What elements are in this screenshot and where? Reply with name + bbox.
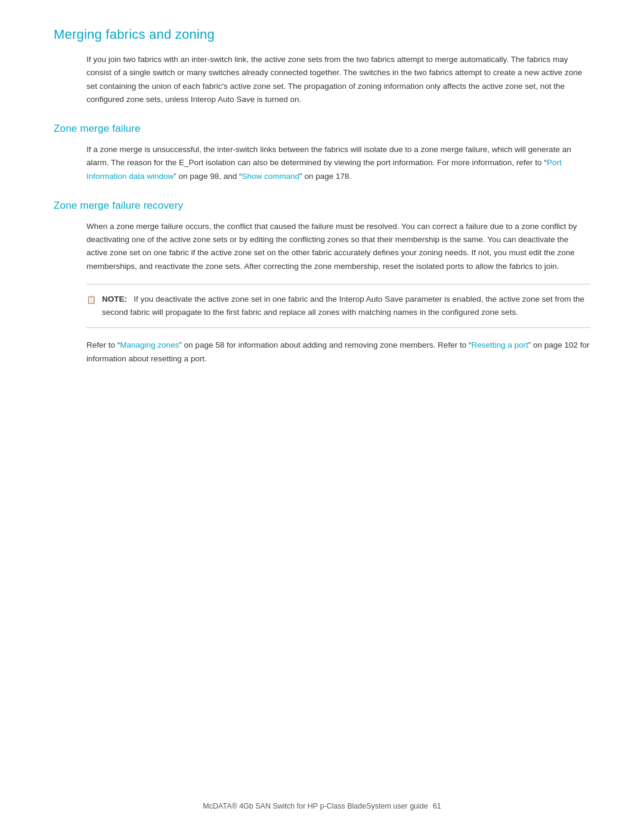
section1-text-part3: ” on page 178. — [299, 172, 351, 181]
footer-page-number: 61 — [433, 802, 441, 810]
section2-text: When a zone merge failure occurs, the co… — [86, 220, 590, 273]
note-content: NOTE: If you deactivate the active zone … — [102, 293, 590, 320]
managing-zones-link[interactable]: Managing zones — [120, 340, 179, 349]
intro-paragraph: If you join two fabrics with an inter-sw… — [86, 53, 590, 106]
page-footer: McDATA® 4Gb SAN Switch for HP p-Class Bl… — [0, 802, 644, 810]
resetting-port-link[interactable]: Resetting a port — [471, 340, 528, 349]
footer-ref-paragraph: Refer to “Managing zones” on page 58 for… — [86, 339, 590, 366]
note-label: NOTE: — [102, 295, 127, 304]
note-body: If you deactivate the active zone set in… — [102, 295, 584, 317]
note-icon: 📋 — [86, 293, 96, 306]
page-container: Merging fabrics and zoning If you join t… — [0, 0, 644, 430]
main-title: Merging fabrics and zoning — [54, 27, 590, 42]
section1-text-part2: ” on page 98, and “ — [174, 172, 242, 181]
note-box: 📋 NOTE: If you deactivate the active zon… — [86, 284, 590, 329]
section1-body: If a zone merge is unsuccessful, the int… — [86, 143, 590, 183]
section2-title: Zone merge failure recovery — [54, 200, 590, 212]
section1-title: Zone merge failure — [54, 123, 590, 135]
section1-text-part1: If a zone merge is unsuccessful, the int… — [86, 145, 571, 167]
footer-text: McDATA® 4Gb SAN Switch for HP p-Class Bl… — [203, 802, 428, 810]
section2-body: When a zone merge failure occurs, the co… — [86, 220, 590, 366]
footer-ref-part1: Refer to “ — [86, 340, 120, 349]
footer-ref-part2: ” on page 58 for information about addin… — [179, 340, 471, 349]
show-command-link[interactable]: Show command — [242, 172, 299, 181]
